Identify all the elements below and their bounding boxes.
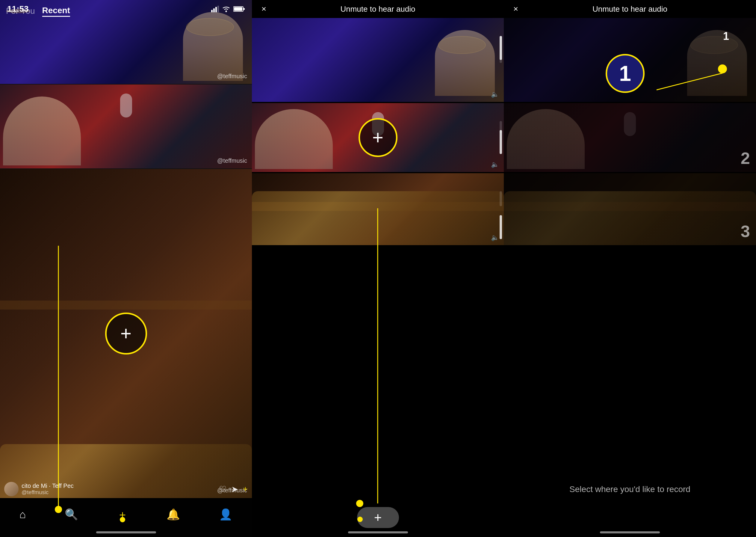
video-cell-singer-2[interactable]: 🔈 + bbox=[252, 103, 504, 172]
feed-tabs: For You Recent bbox=[0, 4, 252, 19]
video-cell-guitar-3[interactable]: 3 bbox=[504, 173, 756, 245]
user-bar: cito de Mi · Teff Pec @teffmusic ♡ ➤ + bbox=[0, 480, 252, 498]
video-cell-singer-1[interactable]: @teffmusic bbox=[0, 85, 252, 168]
cell-number-2: 2 bbox=[741, 148, 750, 168]
select-text: Select where you'd like to record bbox=[504, 483, 756, 495]
person-silhouette-drums-2 bbox=[435, 30, 495, 96]
add-share-icon[interactable]: + bbox=[243, 484, 248, 494]
avatar bbox=[4, 482, 19, 496]
panel-3: 12:03 × Unmute to hear audio bbox=[504, 0, 756, 537]
tab-recent[interactable]: Recent bbox=[42, 6, 70, 17]
person-silhouette-1 bbox=[183, 12, 243, 81]
add-icon-1: + bbox=[120, 322, 132, 345]
panel-1: 11:53 For You bbox=[0, 0, 252, 537]
panel-2: 11:53 × Unmute to hear audio bbox=[252, 0, 504, 537]
close-btn-2[interactable]: × bbox=[258, 3, 270, 15]
scroll-thumb-guitar-2 bbox=[500, 215, 502, 239]
mic-decoration bbox=[120, 94, 132, 117]
song-title: cito de Mi · Teff Pec bbox=[21, 482, 219, 489]
scroll-thumb-2 bbox=[500, 36, 502, 60]
action-icons: ♡ ➤ + bbox=[219, 484, 248, 494]
scroll-track-guitar-2[interactable] bbox=[500, 191, 502, 206]
header-bar-2: × Unmute to hear audio bbox=[252, 0, 504, 18]
watermark-2: @teffmusic bbox=[217, 157, 247, 164]
volume-icon-3[interactable]: 🔈 bbox=[491, 234, 499, 241]
video-cell-drums-2[interactable]: 🔈 bbox=[252, 18, 504, 102]
scroll-track-2[interactable] bbox=[500, 36, 502, 63]
person-silhouette-2 bbox=[3, 97, 81, 165]
profile-icon: 👤 bbox=[219, 509, 232, 520]
close-btn-3[interactable]: × bbox=[510, 3, 522, 15]
person-silhouette-drums-3 bbox=[687, 30, 747, 96]
person-silhouette-singer-2 bbox=[255, 109, 333, 169]
header-title-2: Unmute to hear audio bbox=[340, 5, 415, 14]
guitar-neck-1 bbox=[0, 301, 252, 310]
add-btn-pill[interactable]: + bbox=[357, 507, 399, 528]
tab-profile[interactable]: 👤 bbox=[219, 509, 232, 520]
volume-icon-2[interactable]: 🔈 bbox=[491, 161, 499, 168]
add-btn-guitar-1[interactable]: + bbox=[105, 312, 147, 354]
guitar-body-2 bbox=[252, 191, 504, 245]
tab-notifications[interactable]: 🔔 bbox=[167, 509, 180, 520]
video-cell-guitar-1[interactable]: + @teffmusic bbox=[0, 169, 252, 498]
add-icon-2: + bbox=[372, 126, 383, 149]
mic-decoration-3 bbox=[624, 112, 636, 136]
heart-icon[interactable]: ♡ bbox=[219, 484, 226, 494]
tab-for-you[interactable]: For You bbox=[6, 6, 35, 16]
home-indicator-2 bbox=[348, 531, 408, 533]
home-indicator-3 bbox=[600, 531, 660, 533]
guitar-body-3 bbox=[504, 191, 756, 245]
tab-home[interactable]: ⌂ bbox=[19, 509, 26, 520]
tab-add[interactable]: ＋ bbox=[117, 509, 128, 520]
notification-icon: 🔔 bbox=[167, 509, 180, 520]
header-bar-3: × Unmute to hear audio bbox=[504, 0, 756, 18]
video-cell-drums-3[interactable] bbox=[504, 18, 756, 102]
cell-number-3: 3 bbox=[741, 222, 750, 241]
add-btn-singer-2[interactable]: + bbox=[359, 118, 397, 157]
user-info: cito de Mi · Teff Pec @teffmusic bbox=[21, 482, 219, 496]
ann-dot-bottom-2 bbox=[357, 516, 363, 522]
video-cell-singer-3[interactable]: 2 bbox=[504, 103, 756, 172]
tab-search[interactable]: 🔍 bbox=[65, 509, 78, 520]
search-icon: 🔍 bbox=[65, 509, 78, 520]
ann-dot-tab bbox=[120, 517, 125, 522]
video-cell-guitar-2[interactable]: 🔈 bbox=[252, 173, 504, 245]
scroll-thumb-singer-2 bbox=[500, 130, 502, 154]
share-icon[interactable]: ➤ bbox=[231, 484, 238, 494]
watermark-1: @teffmusic bbox=[217, 73, 247, 80]
home-icon: ⌂ bbox=[19, 509, 26, 520]
user-handle: @teffmusic bbox=[21, 489, 219, 496]
scroll-track-singer-2[interactable] bbox=[500, 121, 502, 133]
home-indicator-1 bbox=[96, 531, 156, 533]
volume-icon-1[interactable]: 🔈 bbox=[491, 91, 499, 98]
header-title-3: Unmute to hear audio bbox=[592, 5, 667, 14]
add-icon-pill: + bbox=[374, 510, 382, 525]
